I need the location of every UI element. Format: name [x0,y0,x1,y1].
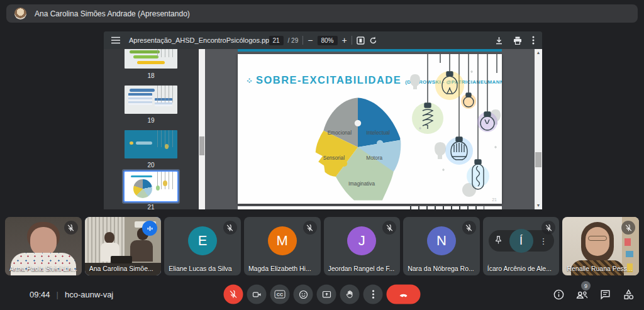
thumbnail-slide-20[interactable] [125,130,177,158]
participant-name: Eliane Lucas da Silva [169,265,231,272]
shared-presentation-viewer: Apresentação_AHSD_EncontroPsicólogos.ppt… [104,31,542,209]
avatar-initial: J [358,233,365,249]
pin-icon[interactable] [495,235,502,246]
label-motora: Motora [366,155,382,161]
participant-tile-ana-carolina[interactable]: Ana Carolina Simõe... [85,217,162,275]
participant-tile-anna-paola[interactable]: Anna Paola Sivini Lin... [5,217,82,275]
chat-button[interactable] [597,287,613,302]
thumbnail-panel: 18 19 20 [104,49,199,209]
meeting-code: hco-aunw-vaj [65,290,113,299]
thumbnail-slide-19[interactable] [125,86,177,114]
participant-tile-eliane[interactable]: E Eliane Lucas da Silva [164,217,241,275]
avatar: N [427,226,456,255]
previous-slide-edge [238,49,502,52]
document-filename: Apresentação_AHSD_EncontroPsicólogos.ppt… [129,36,275,44]
zoom-in-button[interactable]: + [341,36,347,45]
mic-off-icon [382,221,396,235]
participant-name: Magda Elizabeth Hi... [248,265,311,272]
participant-name: Renalle Ruana Pess... [567,265,632,272]
avatar-initial: E [198,233,208,249]
print-icon[interactable] [513,36,522,45]
participant-tile-jeordan[interactable]: J Jeordan Rangel de F... [324,217,401,275]
participant-tile-nara[interactable]: N Nara da Nóbrega Ro... [403,217,480,275]
participant-name: Ícaro Arcênio de Ale... [487,265,552,272]
document-scrollbar[interactable]: ▲ ▼ [535,49,542,209]
mic-off-icon [64,221,78,235]
rotate-icon[interactable] [369,36,377,45]
presenter-name: Ana Carolina Simões Andrade (Apresentand… [35,9,190,18]
fit-page-icon[interactable] [357,36,365,45]
thumbnail-number: 21 [125,204,177,209]
presenter-banner[interactable]: Ana Carolina Simões Andrade (Apresentand… [6,4,638,23]
camera-button[interactable] [247,285,267,304]
label-emocional: Emocional [328,130,352,136]
mic-off-icon [621,221,635,235]
raise-hand-button[interactable] [340,285,360,304]
next-slide-edge [238,206,502,209]
meeting-details-button[interactable] [551,287,566,302]
participant-name: Nara da Nóbrega Ro... [408,265,474,272]
captions-label: CC [274,291,286,299]
thumbnail-slide-18[interactable] [125,49,177,69]
participant-name: Ana Carolina Simõe... [89,265,153,272]
page-total: / 29 [288,37,299,44]
document-canvas: ⁘ SOBRE-EXCITABILIDADE (DABROWSKI - @PAT… [205,49,535,209]
participant-count-badge: 9 [581,281,591,291]
viewer-toolbar: Apresentação_AHSD_EncontroPsicólogos.ppt… [104,31,542,49]
document-scrollbar-thumb[interactable] [535,152,541,167]
activities-button[interactable] [621,287,636,302]
zoom-level[interactable]: 80% [317,36,337,45]
tile-more-options-icon[interactable]: ⋮ [540,236,548,246]
menu-hamburger-icon[interactable] [111,36,120,44]
clock-time: 09:44 [30,290,50,299]
more-options-button[interactable] [364,285,383,304]
avatar: M [268,226,297,255]
meet-window: Ana Carolina Simões Andrade (Apresentand… [0,0,644,310]
thumbnail-number: 20 [125,162,177,169]
info-divider: | [57,290,58,299]
captions-button[interactable]: CC [270,285,290,304]
presenter-avatar [14,8,26,19]
avatar: Í [509,229,533,253]
thumbnail-scrollbar[interactable] [199,49,205,209]
more-options-icon[interactable] [532,36,535,45]
slide-page-number: 21 [492,197,497,202]
avatar: J [347,226,376,255]
sparkle-icon: ⁘ [246,76,252,86]
scroll-up-arrow[interactable]: ▲ [535,49,542,57]
slide-title: SOBRE-EXCITABILIDADE [256,74,401,86]
participants-strip: Anna Paola Sivini Lin... Ana Carolina Si… [5,217,639,275]
mic-off-icon [303,221,317,235]
participant-tile-icaro[interactable]: ⋮ Í Ícaro Arcênio de Ale... [483,217,560,275]
slide-21: ⁘ SOBRE-EXCITABILIDADE (DABROWSKI - @PAT… [238,54,502,204]
head-puzzle-diagram: Emocional Intelectual Sensorial Motora I… [299,93,416,201]
participant-tile-magda[interactable]: M Magda Elizabeth Hi... [244,217,321,275]
end-call-button[interactable] [387,285,421,304]
label-sensorial: Sensorial [323,155,345,161]
label-intelectual: Intelectual [366,130,390,136]
avatar-initial: Í [519,235,523,248]
participant-name: Anna Paola Sivini Lin... [9,265,77,272]
thumbnail-number: 19 [125,117,177,124]
reactions-button[interactable] [294,285,313,304]
thumbnail-scrollbar-thumb[interactable] [199,136,204,155]
bottom-control-bar: 09:44 | hco-aunw-vaj CC [0,279,644,310]
mic-off-icon [223,221,237,235]
scroll-down-arrow[interactable]: ▼ [535,202,542,209]
download-icon[interactable] [495,36,503,45]
label-imaginativa: Imaginativa [348,181,375,187]
toolbar-divider [352,36,352,45]
participant-name: Jeordan Rangel de F... [328,265,395,272]
avatar-initial: N [436,233,447,249]
thumbnail-number: 18 [125,72,177,79]
avatar: E [188,226,217,255]
current-page-input[interactable]: 21 [269,36,283,45]
participant-tile-renalle[interactable]: Renalle Ruana Pess... [562,217,639,275]
mic-off-icon [462,221,476,235]
thumbnail-slide-21-active[interactable] [125,172,177,201]
present-screen-button[interactable] [317,285,336,304]
mic-mute-button[interactable] [224,285,243,304]
hanging-lightbulbs-art [408,54,502,204]
zoom-out-button[interactable]: − [308,36,313,45]
participants-button[interactable]: 9 [574,287,589,302]
